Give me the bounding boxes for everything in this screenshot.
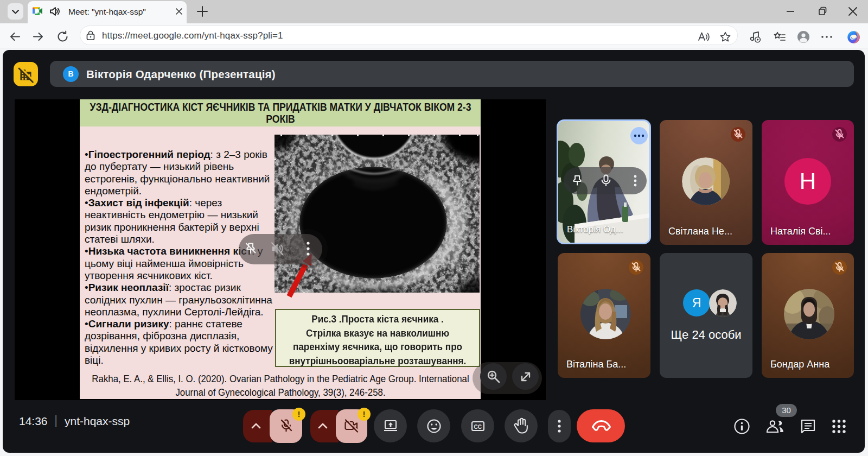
- svg-text:CC: CC: [474, 424, 482, 430]
